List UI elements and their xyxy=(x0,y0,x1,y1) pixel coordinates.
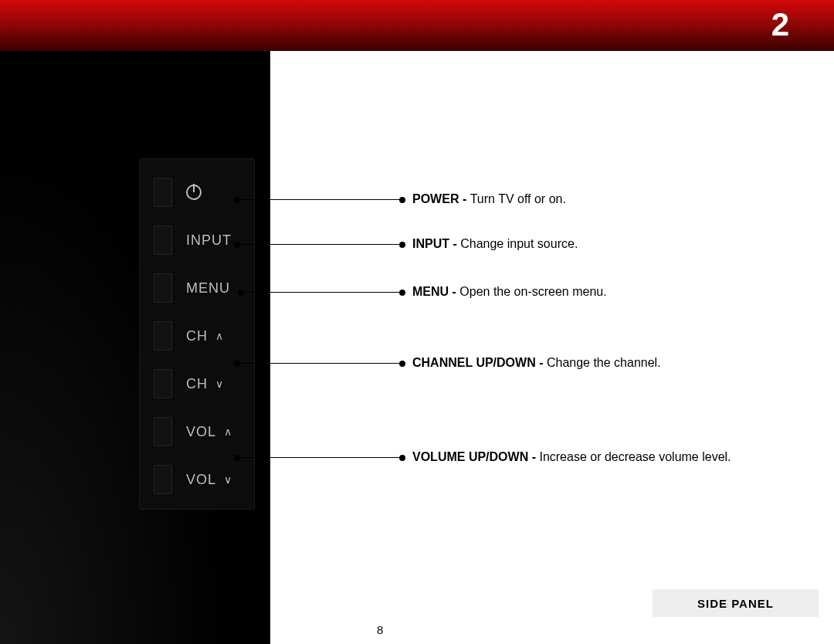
menu-button-label: MENU xyxy=(186,280,230,297)
desc-volume: VOLUME UP/DOWN - Increase or decrease vo… xyxy=(412,450,731,464)
leader-menu xyxy=(241,292,402,293)
ch-down-button-row: CH∨ xyxy=(140,364,256,403)
ch-up-button-row: CH∧ xyxy=(140,317,256,355)
input-button[interactable] xyxy=(154,225,172,255)
menu-button-row: MENU xyxy=(140,269,256,307)
channel-up-label: CH∧ xyxy=(186,328,224,344)
power-button[interactable] xyxy=(154,178,172,207)
power-icon xyxy=(186,185,202,200)
leader-volume xyxy=(237,457,402,458)
desc-input: INPUT - Change input source. xyxy=(412,237,578,251)
chapter-banner: 2 xyxy=(0,0,834,51)
input-button-label: INPUT xyxy=(186,232,232,249)
power-button-row xyxy=(140,173,256,212)
volume-down-label: VOL∨ xyxy=(186,472,232,488)
page-number: 8 xyxy=(377,623,383,636)
channel-up-button[interactable] xyxy=(154,321,172,351)
input-button-row: INPUT xyxy=(140,221,256,259)
side-panel-badge: SIDE PANEL xyxy=(653,589,819,617)
leader-input xyxy=(237,244,402,245)
vol-down-button-row: VOL∨ xyxy=(140,460,256,499)
channel-down-label: CH∨ xyxy=(186,376,224,392)
desc-power: POWER - Turn TV off or on. xyxy=(412,192,566,206)
chapter-number: 2 xyxy=(771,6,789,43)
menu-button[interactable] xyxy=(154,273,172,303)
leader-power xyxy=(237,199,402,200)
volume-down-button[interactable] xyxy=(154,465,172,494)
volume-up-button[interactable] xyxy=(154,417,172,446)
leader-channel xyxy=(237,363,402,364)
channel-down-button[interactable] xyxy=(154,369,172,398)
volume-up-label: VOL∧ xyxy=(186,424,232,440)
desc-menu: MENU - Open the on-screen menu. xyxy=(412,285,607,299)
vol-up-button-row: VOL∧ xyxy=(140,412,256,451)
desc-channel: CHANNEL UP/DOWN - Change the channel. xyxy=(412,356,661,370)
